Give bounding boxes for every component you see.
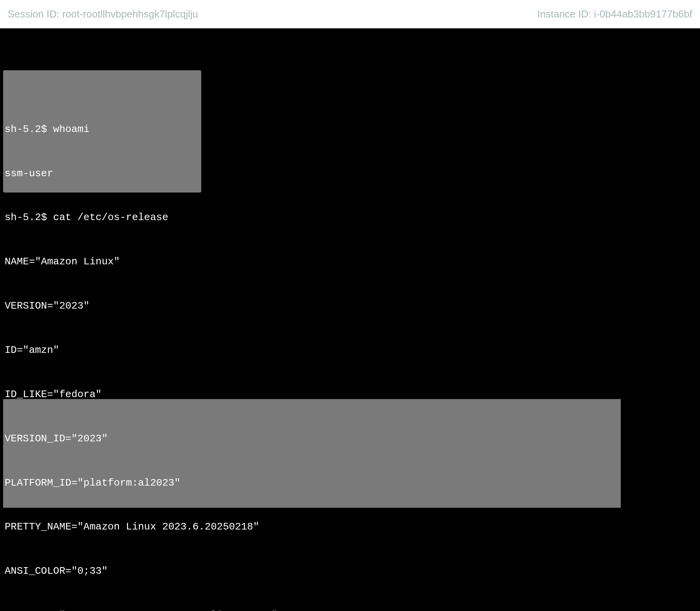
terminal-line: VERSION_ID="2023" (5, 432, 695, 446)
terminal-line: NAME="Amazon Linux" (5, 255, 695, 269)
session-header-bar: Session ID: root-rootllhvbpehhsgk7lplcqj… (0, 0, 700, 28)
session-id-label: Session ID: root-rootllhvbpehhsgk7lplcqj… (8, 8, 198, 20)
terminal-line: PLATFORM_ID="platform:al2023" (5, 476, 695, 491)
terminal-line: ID="amzn" (5, 343, 695, 358)
terminal-line: VERSION="2023" (5, 299, 695, 314)
terminal-line: sh-5.2$ cat /etc/os-release (5, 210, 695, 225)
instance-id-label: Instance ID: i-0b44ab3bb9177b6bf (537, 8, 692, 20)
terminal-line: ID_LIKE="fedora" (5, 387, 695, 402)
terminal-output: sh-5.2$ whoami ssm-user sh-5.2$ cat /etc… (5, 93, 695, 611)
terminal-line: ssm-user (5, 167, 695, 181)
terminal-line: CPE_NAME="cpe:2.3:o:amazon:amazon_linux:… (5, 608, 695, 611)
terminal-pane[interactable]: sh-5.2$ whoami ssm-user sh-5.2$ cat /etc… (0, 28, 700, 611)
session-manager-window: Session ID: root-rootllhvbpehhsgk7lplcqj… (0, 0, 700, 611)
terminal-line: PRETTY_NAME="Amazon Linux 2023.6.2025021… (5, 520, 695, 535)
terminal-line: ANSI_COLOR="0;33" (5, 564, 695, 579)
terminal-line: sh-5.2$ whoami (5, 122, 695, 137)
